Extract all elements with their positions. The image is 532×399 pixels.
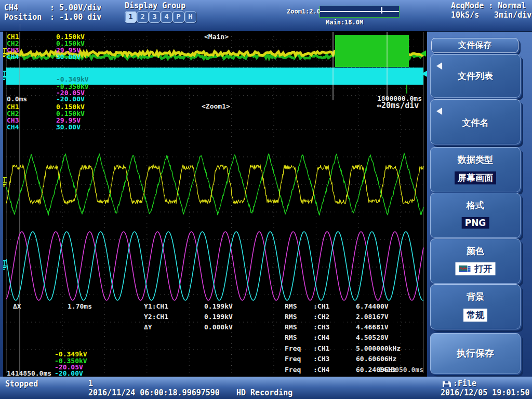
cursor-y2-label: Y2:CH1 bbox=[144, 313, 168, 321]
main-ch4-lower-value: -20.00V bbox=[56, 96, 85, 103]
display-group-button-h[interactable]: H bbox=[184, 11, 196, 23]
display-group-button-p[interactable]: P bbox=[172, 11, 184, 23]
background-value: 常规 bbox=[463, 309, 487, 322]
zoom-window-title: <Zoom1> bbox=[202, 103, 230, 110]
meas-3-ch: :CH3 bbox=[313, 324, 329, 331]
zoom-position-bar[interactable] bbox=[320, 6, 400, 18]
record-number: 1 bbox=[88, 379, 93, 388]
recording-mode: HD Recording bbox=[236, 388, 292, 397]
meas-5-value: 5.000000kHz bbox=[356, 345, 401, 352]
meas-2-label: RMS bbox=[285, 313, 297, 321]
delta-x-label: ΔX bbox=[13, 303, 21, 310]
display-group-button-1[interactable]: 1 bbox=[125, 11, 137, 23]
meas-5-ch: :CH1 bbox=[313, 345, 329, 352]
meas-7-value: 60.24096Hz bbox=[356, 366, 396, 374]
zoom-ch4-value: 30.00V bbox=[56, 124, 81, 131]
meas-2-value: 2.08167V bbox=[356, 313, 389, 321]
zoom-timebase-label: ↔20ms/div bbox=[377, 102, 419, 109]
meas-4-ch: :CH4 bbox=[313, 334, 329, 341]
color-screen-icon bbox=[459, 265, 471, 273]
zoom-time-left: 1414850.0ms bbox=[7, 370, 51, 377]
status-bar: Stopped 1 2016/11/24 06:00:18.99697590 H… bbox=[0, 377, 532, 399]
record-timestamp: 2016/11/24 06:00:18.99697590 bbox=[88, 388, 220, 397]
display-group-button-4[interactable]: 4 bbox=[161, 11, 172, 23]
ground-marker-icon bbox=[3, 178, 7, 186]
left-arrow-icon bbox=[436, 108, 442, 115]
delta-y-value: 0.000kV bbox=[204, 324, 233, 331]
file-name-button[interactable]: 文件名 bbox=[430, 99, 521, 144]
meas-7-label: Freq bbox=[285, 366, 301, 374]
main-time-right: 1800000.0ms bbox=[358, 95, 422, 102]
file-list-button[interactable]: 文件列表 bbox=[430, 54, 521, 98]
main-ch1-lower-value: -0.349kV bbox=[56, 76, 89, 83]
color-value: 打开 bbox=[456, 262, 496, 275]
main-time-left: 0.0ms bbox=[7, 96, 27, 103]
zoom-factor-label: Zoom1:2.0k bbox=[287, 8, 324, 15]
meas-4-value: 4.50528V bbox=[356, 334, 389, 341]
main-ch4-label: CH4 bbox=[7, 54, 19, 61]
display-group-button-2[interactable]: 2 bbox=[137, 11, 149, 23]
main-record-label: Main:18.0M bbox=[326, 19, 363, 26]
save-target-label: :File bbox=[453, 379, 476, 388]
delta-x-value: 1.70ms bbox=[68, 303, 92, 310]
meas-3-label: RMS bbox=[285, 324, 297, 331]
meas-2-ch: :CH2 bbox=[313, 313, 329, 321]
meas-3-value: 4.46681V bbox=[356, 324, 389, 331]
format-button[interactable]: 格式 PNG bbox=[430, 193, 521, 238]
meas-1-ch: :CH1 bbox=[313, 303, 329, 310]
meas-4-label: RMS bbox=[285, 334, 297, 341]
cursor-tail-mark bbox=[20, 24, 20, 31]
cursor-y1-value: 0.199kV bbox=[204, 303, 233, 310]
meas-6-value: 60.60606Hz bbox=[356, 355, 396, 363]
cursor-y2-value: 0.199kV bbox=[204, 313, 233, 321]
meas-7-ch: :CH4 bbox=[313, 366, 329, 374]
meas-1-label: RMS bbox=[285, 303, 297, 310]
meas-5-label: Freq bbox=[285, 345, 301, 352]
disk-icon bbox=[443, 380, 451, 388]
zoom-ch4-label: CH4 bbox=[7, 124, 19, 131]
color-button[interactable]: 颜色 打开 bbox=[430, 238, 521, 284]
execute-save-button[interactable]: 执行保存 bbox=[430, 333, 521, 374]
menu-title: 文件保存 bbox=[431, 38, 518, 53]
meas-6-label: Freq bbox=[285, 355, 301, 363]
channel-position-readout: Position: -1.00 div bbox=[4, 12, 101, 22]
header-bar: CH4: 5.00V/div Position: -1.00 div Displ… bbox=[0, 0, 532, 32]
format-value: PNG bbox=[462, 217, 489, 229]
data-type-value: 屏幕画面 bbox=[455, 171, 496, 184]
zoom-ch4-lower-value: -20.00V bbox=[55, 370, 83, 377]
display-group-button-3[interactable]: 3 bbox=[149, 11, 161, 23]
background-button[interactable]: 背景 常规 bbox=[430, 284, 521, 329]
main-window-title: <Main> bbox=[204, 33, 229, 41]
data-type-button[interactable]: 数据类型 屏幕画面 bbox=[430, 147, 521, 192]
meas-1-value: 6.74400V bbox=[356, 303, 389, 310]
acquisition-state: Stopped bbox=[5, 379, 38, 389]
channel-scale-readout: CH4: 5.00V/div bbox=[4, 3, 101, 12]
zoom-bar-record-line bbox=[320, 11, 399, 12]
system-datetime: 2016/12/05 19:01:50 bbox=[441, 388, 530, 397]
cursor-y1-label: Y1:CH1 bbox=[144, 303, 168, 310]
display-group-label: Display Group bbox=[125, 1, 185, 10]
oscilloscope-screen: CH4: 5.00V/div Position: -1.00 div Displ… bbox=[0, 0, 532, 399]
left-arrow-icon bbox=[436, 62, 442, 70]
zoom-bar-marker[interactable] bbox=[381, 7, 382, 14]
main-green-burst-block bbox=[335, 35, 409, 67]
meas-6-ch: :CH3 bbox=[313, 355, 329, 363]
acq-mode-readout: AcqMode : Normal bbox=[451, 1, 526, 10]
main-ch4-value: 30.00V bbox=[56, 54, 81, 61]
delta-y-label: ΔY bbox=[144, 324, 152, 331]
timebase-readout: 3min/div bbox=[494, 10, 531, 20]
sample-rate-readout: 10kS/s bbox=[451, 10, 479, 20]
